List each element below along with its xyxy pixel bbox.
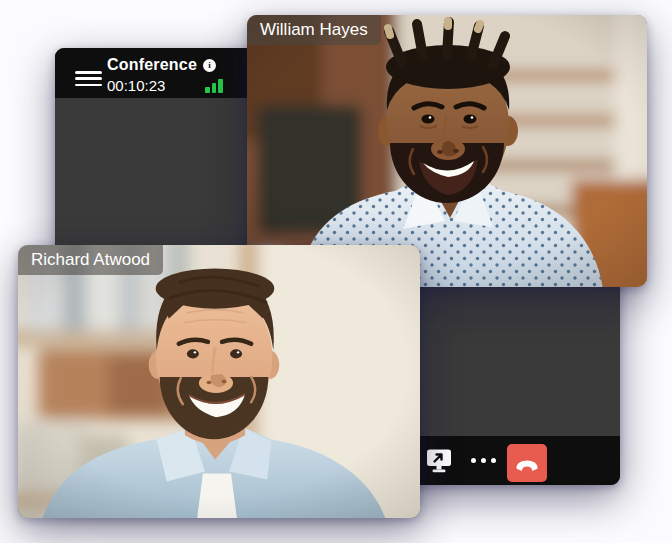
screen-share-button[interactable] <box>425 448 453 474</box>
more-options-icon <box>471 458 476 463</box>
participant-video-richard <box>18 245 420 518</box>
signal-strength-icon <box>205 79 223 93</box>
screen-share-icon <box>425 448 453 474</box>
participant-name-label: Richard Atwood <box>18 245 163 275</box>
page-background: Conference i 00:10:23 <box>0 0 672 543</box>
window-title: Conference <box>107 56 197 74</box>
title-row: Conference i <box>107 56 216 74</box>
call-timer: 00:10:23 <box>107 77 165 94</box>
end-call-icon <box>514 456 540 471</box>
info-circle-icon[interactable]: i <box>203 59 216 72</box>
end-call-button[interactable] <box>507 444 547 482</box>
more-options-button[interactable] <box>471 458 496 463</box>
participant-name-label: William Hayes <box>247 15 381 45</box>
hamburger-menu-icon[interactable] <box>75 71 102 86</box>
video-tile-richard[interactable]: Richard Atwood <box>18 245 420 518</box>
